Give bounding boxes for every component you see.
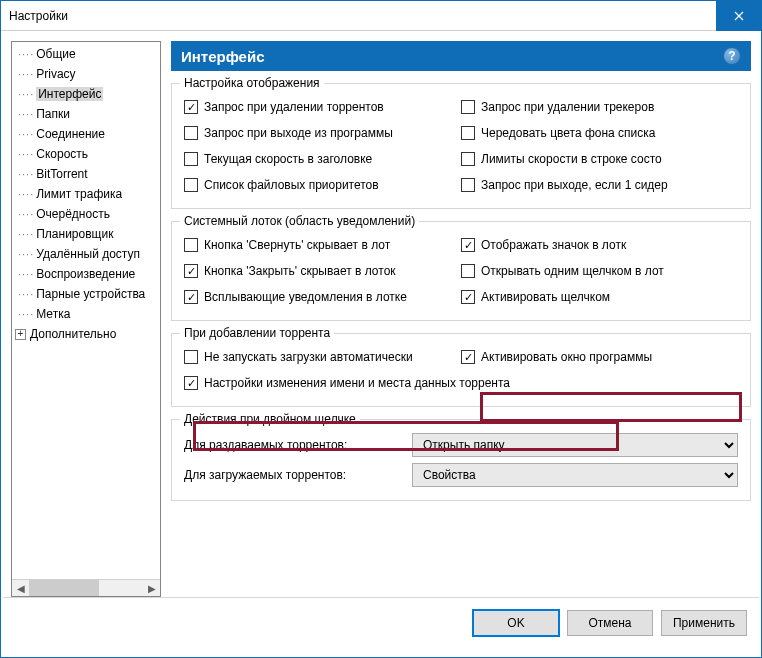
- display-opt-right-1: Чередовать цвета фона списка: [461, 120, 738, 146]
- group-doubleclick: Действия при двойном щелчке Для раздавае…: [171, 419, 751, 501]
- tree-item-3[interactable]: ····Папки: [12, 104, 160, 124]
- display-opt-right-0: Запрос при удалении трекеров: [461, 94, 738, 120]
- tree-item-11[interactable]: ····Воспроизведение: [12, 264, 160, 284]
- tree-branch-icon: ····: [18, 288, 34, 300]
- scroll-left-icon[interactable]: ◀: [12, 580, 29, 597]
- checkbox[interactable]: [461, 178, 475, 192]
- combo-label: Для загружаемых торрентов:: [184, 468, 404, 482]
- tray-opt-right-1: Открывать одним щелчком в лот: [461, 258, 738, 284]
- checkbox[interactable]: [184, 178, 198, 192]
- checkbox[interactable]: [184, 290, 198, 304]
- checkbox-label: Список файловых приоритетов: [204, 178, 379, 192]
- checkbox[interactable]: [184, 100, 198, 114]
- tree-item-label: Скорость: [36, 147, 88, 161]
- tree-item-2[interactable]: ····Интерфейс: [12, 84, 160, 104]
- checkbox-label: Запрос при удалении трекеров: [481, 100, 654, 114]
- tree-item-8[interactable]: ····Очерёдность: [12, 204, 160, 224]
- tree-item-label: Privacy: [36, 67, 75, 81]
- tree-branch-icon: ····: [18, 108, 34, 120]
- expand-icon[interactable]: +: [15, 329, 26, 340]
- checkbox[interactable]: [184, 238, 198, 252]
- checkbox[interactable]: [461, 126, 475, 140]
- scroll-right-icon[interactable]: ▶: [143, 580, 160, 597]
- tray-opt-left-1: Кнопка 'Закрыть' скрывает в лоток: [184, 258, 461, 284]
- checkbox[interactable]: [461, 238, 475, 252]
- content-panel: Интерфейс ? Настройка отображения Запрос…: [171, 41, 751, 597]
- combo-0[interactable]: Открыть папку: [412, 433, 738, 457]
- checkbox[interactable]: [184, 126, 198, 140]
- checkbox-label: Активировать окно программы: [481, 350, 652, 364]
- checkbox-label: Текущая скорость в заголовке: [204, 152, 372, 166]
- tree-item-label: Папки: [36, 107, 70, 121]
- help-icon[interactable]: ?: [723, 47, 741, 65]
- checkbox-label: Лимиты скорости в строке состо: [481, 152, 662, 166]
- scrollbar-thumb[interactable]: [29, 580, 99, 597]
- tray-opt-left-0: Кнопка 'Свернуть' скрывает в лот: [184, 232, 461, 258]
- tree-item-9[interactable]: ····Планировщик: [12, 224, 160, 244]
- checkbox-label: Всплывающие уведомления в лотке: [204, 290, 407, 304]
- dblclick-row-1: Для загружаемых торрентов:Свойства: [184, 460, 738, 490]
- tree-branch-icon: ····: [18, 308, 34, 320]
- tree-item-label: Общие: [36, 47, 75, 61]
- tree-item-label: Парные устройства: [36, 287, 145, 301]
- checkbox-label: Запрос при удалении торрентов: [204, 100, 384, 114]
- tree-item-label: Метка: [36, 307, 70, 321]
- checkbox-label: Кнопка 'Закрыть' скрывает в лоток: [204, 264, 396, 278]
- add-opt-right-0: Активировать окно программы: [461, 344, 738, 370]
- combo-1[interactable]: Свойства: [412, 463, 738, 487]
- tree-item-7[interactable]: ····Лимит трафика: [12, 184, 160, 204]
- checkbox[interactable]: [184, 376, 198, 390]
- tree-item-12[interactable]: ····Парные устройства: [12, 284, 160, 304]
- tree-item-label: Планировщик: [36, 227, 113, 241]
- apply-button[interactable]: Применить: [661, 610, 747, 636]
- checkbox[interactable]: [461, 152, 475, 166]
- section-title: Интерфейс: [181, 48, 265, 65]
- tree-item-label: Очерёдность: [36, 207, 110, 221]
- checkbox-label: Не запускать загрузки автоматически: [204, 350, 413, 364]
- ok-button[interactable]: OK: [473, 610, 559, 636]
- tree-branch-icon: ····: [18, 148, 34, 160]
- checkbox[interactable]: [461, 100, 475, 114]
- group-tray: Системный лоток (область уведомлений) Кн…: [171, 221, 751, 321]
- display-opt-left-1: Запрос при выходе из программы: [184, 120, 461, 146]
- tree-item-label: Соединение: [36, 127, 105, 141]
- group-display: Настройка отображения Запрос при удалени…: [171, 83, 751, 209]
- tree-scrollbar[interactable]: ◀ ▶: [12, 579, 160, 596]
- tree-item-14[interactable]: +Дополнительно: [12, 324, 160, 344]
- tree-item-0[interactable]: ····Общие: [12, 44, 160, 64]
- checkbox-label: Отображать значок в лотк: [481, 238, 626, 252]
- tree-item-1[interactable]: ····Privacy: [12, 64, 160, 84]
- group-title: Системный лоток (область уведомлений): [180, 214, 419, 228]
- checkbox-label: Активировать щелчком: [481, 290, 610, 304]
- titlebar: Настройки: [1, 1, 761, 31]
- group-title: При добавлении торрента: [180, 326, 334, 340]
- checkbox[interactable]: [184, 350, 198, 364]
- tree-item-label: BitTorrent: [36, 167, 87, 181]
- display-opt-left-0: Запрос при удалении торрентов: [184, 94, 461, 120]
- tree-item-10[interactable]: ····Удалённый доступ: [12, 244, 160, 264]
- checkbox[interactable]: [461, 264, 475, 278]
- tree-branch-icon: ····: [18, 248, 34, 260]
- close-button[interactable]: [716, 1, 761, 31]
- checkbox[interactable]: [184, 152, 198, 166]
- tree-item-label: Воспроизведение: [36, 267, 135, 281]
- tree-item-6[interactable]: ····BitTorrent: [12, 164, 160, 184]
- tree-branch-icon: ····: [18, 88, 34, 100]
- tree-branch-icon: ····: [18, 188, 34, 200]
- category-tree: ····Общие····Privacy····Интерфейс····Пап…: [11, 41, 161, 597]
- tree-branch-icon: ····: [18, 228, 34, 240]
- checkbox[interactable]: [461, 290, 475, 304]
- tree-branch-icon: ····: [18, 268, 34, 280]
- tree-item-5[interactable]: ····Скорость: [12, 144, 160, 164]
- checkbox-label: Настройки изменения имени и места данных…: [204, 376, 510, 390]
- tree-branch-icon: ····: [18, 208, 34, 220]
- checkbox[interactable]: [184, 264, 198, 278]
- tree-item-13[interactable]: ····Метка: [12, 304, 160, 324]
- button-bar: OK Отмена Применить: [3, 597, 759, 647]
- display-opt-left-2: Текущая скорость в заголовке: [184, 146, 461, 172]
- cancel-button[interactable]: Отмена: [567, 610, 653, 636]
- tree-item-4[interactable]: ····Соединение: [12, 124, 160, 144]
- dblclick-row-0: Для раздаваемых торрентов:Открыть папку: [184, 430, 738, 460]
- tree-item-label: Удалённый доступ: [36, 247, 140, 261]
- checkbox[interactable]: [461, 350, 475, 364]
